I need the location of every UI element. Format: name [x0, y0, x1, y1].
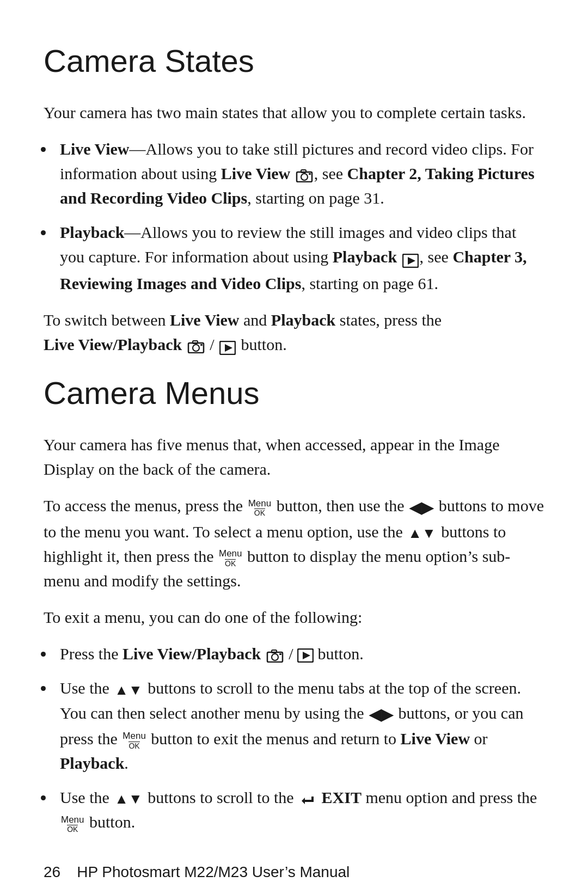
- svg-rect-2: [301, 170, 306, 173]
- switch-post: button.: [237, 335, 287, 353]
- slash-2: /: [285, 645, 297, 663]
- exit-intro: To exit a menu, you can do one of the fo…: [44, 605, 544, 629]
- switch-paragraph: To switch between Live View and Playback…: [44, 308, 544, 359]
- svg-rect-15: [279, 653, 281, 655]
- menu-ok-icon-2: Menu OK: [219, 549, 242, 567]
- playback-icon-2: [219, 334, 236, 358]
- svg-rect-9: [200, 344, 203, 346]
- page-footer: 26 HP Photosmart M22/M23 User’s Manual: [44, 861, 544, 882]
- camera-icon-2: [187, 339, 205, 353]
- manual-title: HP Photosmart M22/M23 User’s Manual: [77, 861, 350, 882]
- slash-sep: /: [206, 335, 218, 353]
- playback-icon-3: [297, 645, 314, 663]
- exit-bullet-3: Use the ▲▼ buttons to scroll to the EXIT…: [54, 785, 544, 835]
- exit-list: Press the Live View/Playback / button. U…: [54, 641, 544, 834]
- playback-term: Playback: [60, 223, 124, 241]
- page-number: 26: [44, 861, 60, 882]
- exit-bullet-2: Use the ▲▼ buttons to scroll to the menu…: [54, 676, 544, 775]
- live-view-ref: Live View: [401, 730, 470, 748]
- camera-menus-section: Camera Menus Your camera has five menus …: [44, 370, 544, 834]
- camera-icon: [296, 168, 313, 182]
- svg-rect-14: [272, 650, 277, 653]
- playback-bullet: Playback—Allows you to review the still …: [54, 220, 544, 296]
- svg-rect-3: [309, 173, 311, 175]
- live-view-term: Live View: [60, 140, 130, 158]
- lr-arrows-2: ◀▶: [369, 703, 393, 726]
- camera-menus-title: Camera Menus: [44, 370, 544, 416]
- ud-arrows-1: ▲▼: [408, 523, 436, 544]
- exit-term: EXIT: [322, 788, 362, 806]
- camera-states-title: Camera States: [44, 38, 544, 84]
- menu-ok-icon-1: Menu OK: [248, 499, 272, 517]
- camera-states-section: Camera States Your camera has two main s…: [44, 38, 544, 358]
- svg-marker-17: [303, 652, 310, 659]
- playback-ref: Playback: [60, 754, 124, 772]
- camera-states-list: Live View—Allows you to take still pictu…: [54, 137, 544, 296]
- ud-arrows-2: ▲▼: [114, 679, 142, 701]
- camera-states-intro: Your camera has two main states that all…: [44, 100, 544, 125]
- camera-icon-3: [266, 648, 284, 663]
- svg-marker-11: [225, 344, 232, 352]
- lv-pb-label-2: Live View/Playback: [122, 645, 265, 663]
- svg-point-1: [301, 174, 308, 180]
- switch-pre: To switch between Live View and Playback…: [44, 311, 442, 329]
- camera-menus-intro: Your camera has five menus that, when ac…: [44, 432, 544, 481]
- svg-point-7: [193, 345, 199, 351]
- svg-marker-5: [408, 257, 415, 265]
- lr-arrows-1: ◀▶: [409, 497, 433, 519]
- access-paragraph: To access the menus, press the Menu OK b…: [44, 493, 544, 593]
- exit-arrow-icon: [299, 792, 316, 806]
- menu-ok-icon-3: Menu OK: [122, 731, 146, 750]
- liveview-playback-label: Live View/Playback: [44, 335, 186, 353]
- menu-ok-icon-4: Menu OK: [61, 815, 84, 834]
- live-view-bullet: Live View—Allows you to take still pictu…: [54, 137, 544, 210]
- svg-rect-8: [193, 341, 198, 344]
- ud-arrows-3: ▲▼: [114, 788, 142, 810]
- playback-icon: [402, 247, 419, 271]
- exit-bullet-1: Press the Live View/Playback / button.: [54, 641, 544, 666]
- svg-point-13: [272, 654, 278, 660]
